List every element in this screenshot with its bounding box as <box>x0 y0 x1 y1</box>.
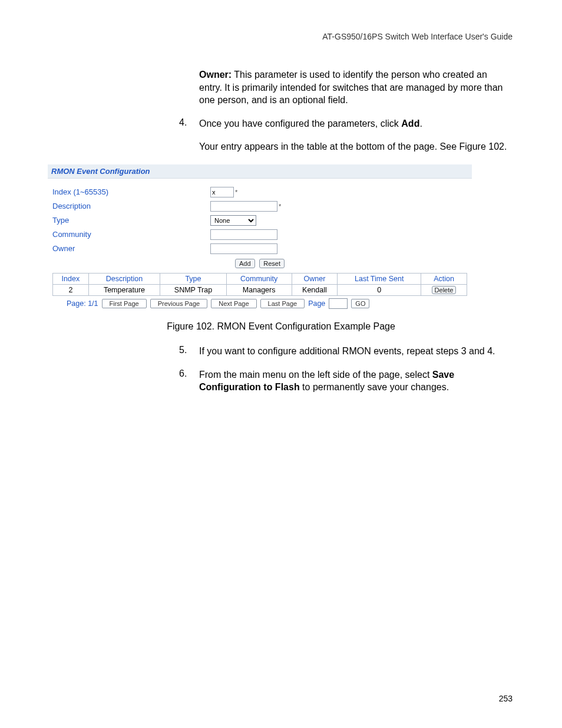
step-4-number: 4. <box>179 117 199 130</box>
next-page-button[interactable]: Next Page <box>211 299 256 308</box>
owner-input[interactable] <box>210 243 277 254</box>
step-6-text-a: From the main menu on the left side of t… <box>199 370 432 380</box>
add-button[interactable]: Add <box>235 259 255 268</box>
pager: Page: 1/1 First Page Previous Page Next … <box>52 298 467 309</box>
reset-button[interactable]: Reset <box>259 259 285 268</box>
description-required-star: * <box>279 203 281 210</box>
th-index: Index <box>53 273 89 284</box>
step-4-text-c: . <box>419 118 422 129</box>
step-4-text-a: Once you have configured the parameters,… <box>199 118 401 129</box>
step-5-number: 5. <box>179 345 199 358</box>
description-label: Description <box>52 202 210 210</box>
config-form: Index (1~65535) * Description * Type Non… <box>48 179 472 312</box>
cell-index: 2 <box>53 284 89 295</box>
community-input[interactable] <box>210 229 277 240</box>
owner-label: Owner: <box>199 70 232 80</box>
rmon-screenshot: RMON Event Configuration Index (1~65535)… <box>47 164 472 313</box>
th-last-time-sent: Last Time Sent <box>338 273 421 284</box>
page-word: Page <box>308 299 325 308</box>
type-select[interactable]: None <box>210 215 256 226</box>
table-header-row: Index Description Type Community Owner L… <box>53 273 467 284</box>
th-owner: Owner <box>292 273 338 284</box>
page-number: 253 <box>499 694 513 703</box>
step-4-add-bold: Add <box>401 118 419 129</box>
owner-field-label: Owner <box>52 244 210 253</box>
step-6-number: 6. <box>179 368 199 394</box>
th-action: Action <box>421 273 467 284</box>
figure-caption: Figure 102. RMON Event Configuration Exa… <box>49 321 513 332</box>
index-required-star: * <box>235 189 237 196</box>
index-input[interactable] <box>210 187 234 197</box>
panel-title: RMON Event Configuration <box>48 164 472 179</box>
running-header: AT-GS950/16PS Switch Web Interface User'… <box>49 32 513 41</box>
step-5: 5. If you want to configure additional R… <box>179 345 513 358</box>
owner-paragraph: Owner: This parameter is used to identif… <box>199 68 513 107</box>
community-label: Community <box>52 230 210 239</box>
th-type: Type <box>160 273 227 284</box>
page-number-input[interactable] <box>329 298 348 309</box>
type-label: Type <box>52 216 210 225</box>
th-description: Description <box>88 273 160 284</box>
cell-community: Managers <box>226 284 292 295</box>
step-4: 4. Once you have configured the paramete… <box>179 117 513 130</box>
th-community: Community <box>226 273 292 284</box>
events-table: Index Description Type Community Owner L… <box>52 273 467 296</box>
index-label: Index (1~65535) <box>52 187 210 196</box>
description-input[interactable] <box>210 201 277 212</box>
table-row: 2 Temperature SNMP Trap Managers Kendall… <box>53 284 467 295</box>
first-page-button[interactable]: First Page <box>102 299 147 308</box>
step-6-text-b: to permanently save your changes. <box>300 382 449 392</box>
delete-button[interactable]: Delete <box>432 286 457 294</box>
step-4-after: Your entry appears in the table at the b… <box>199 140 513 153</box>
cell-owner: Kendall <box>292 284 338 295</box>
previous-page-button[interactable]: Previous Page <box>150 299 208 308</box>
last-page-button[interactable]: Last Page <box>260 299 305 308</box>
cell-last-time-sent: 0 <box>338 284 421 295</box>
step-6: 6. From the main menu on the left side o… <box>179 368 513 394</box>
owner-text: This parameter is used to identify the p… <box>199 70 503 105</box>
page-indicator: Page: 1/1 <box>67 299 98 308</box>
step-5-text: If you want to configure additional RMON… <box>199 345 513 358</box>
cell-description: Temperature <box>88 284 160 295</box>
go-button[interactable]: GO <box>351 299 369 308</box>
cell-type: SNMP Trap <box>160 284 227 295</box>
